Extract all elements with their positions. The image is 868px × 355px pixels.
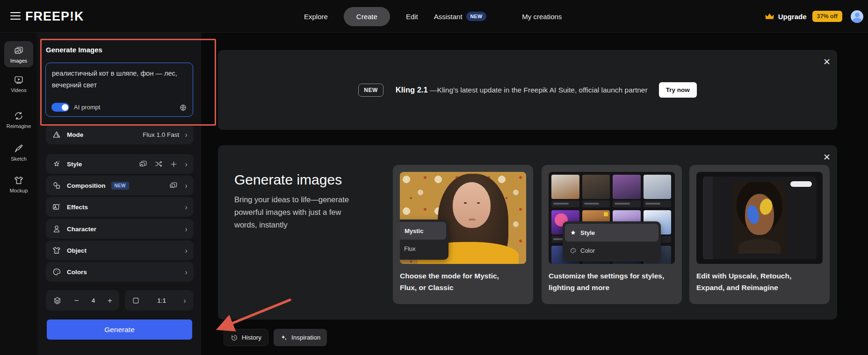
tool-rail: Images Videos Reimagine Sketch Mockup (0, 33, 37, 355)
nav-explore[interactable]: Explore (304, 13, 328, 21)
chevron-right-icon: › (185, 203, 188, 211)
card-caption: Edit with Upscale, Retouch, Expand, and … (696, 270, 813, 293)
ai-prompt-label: AI prompt (74, 104, 100, 111)
history-clock-icon (231, 334, 238, 341)
upgrade-link[interactable]: Upgrade (765, 13, 807, 21)
ai-prompt-toggle[interactable] (51, 103, 69, 112)
menu-toggle-button[interactable] (10, 12, 21, 21)
freepik-logo[interactable]: FREEP!K (25, 9, 84, 24)
card-edit-tools: Edit with Upscale, Retouch, Expand, and … (689, 165, 830, 304)
primary-nav: Explore Create Edit Assistant NEW My cre… (304, 0, 562, 33)
chevron-right-icon: › (185, 247, 188, 255)
navbar-right: Upgrade 37% off (765, 0, 863, 33)
num-images-control: − 4 + (46, 290, 119, 311)
object-row[interactable]: Object › (46, 241, 194, 260)
card-style-illustration: Style Color (549, 172, 675, 264)
mode-triangle-icon (52, 130, 61, 139)
banner-title: Kling 2.1 (396, 85, 428, 94)
card-caption: Customize the settings for styles, light… (549, 270, 665, 293)
top-navbar: FREEP!K Explore Create Edit Assistant NE… (0, 0, 868, 33)
kling-banner-content: NEW Kling 2.1 —Kling’s latest update in … (218, 50, 837, 130)
panel-title: Generate Images (46, 46, 102, 54)
try-now-button[interactable]: Try now (659, 82, 697, 98)
effects-row[interactable]: Effects › (46, 197, 194, 217)
sidebar-item-sketch[interactable]: Sketch (0, 143, 37, 162)
banner-new-badge: NEW (358, 84, 383, 97)
chevron-right-icon: › (185, 268, 188, 276)
history-button[interactable]: History (224, 329, 268, 346)
card-edit-illustration (696, 172, 823, 264)
colors-palette-icon (52, 267, 61, 277)
effects-image-sparkle-icon (52, 202, 61, 212)
nav-assistant[interactable]: Assistant (434, 13, 463, 21)
style-menu-illustration: Style Color (563, 221, 661, 262)
nav-edit[interactable]: Edit (406, 13, 418, 21)
decrease-count-button[interactable]: − (74, 297, 79, 305)
generate-panel: Generate Images реалистичный кот в шляпе… (38, 33, 201, 355)
banner-close-icon[interactable]: ✕ (823, 57, 831, 66)
assistant-new-badge: NEW (466, 12, 487, 21)
kling-banner: NEW Kling 2.1 —Kling’s latest update in … (218, 50, 837, 130)
mode-row[interactable]: Mode Flux 1.0 Fast › (46, 125, 194, 144)
card-caption: Choose the mode for Mystic, Flux, or Cla… (400, 270, 517, 293)
sidebar-item-videos[interactable]: Videos (0, 75, 37, 93)
inspiration-button[interactable]: Inspiration (274, 329, 327, 346)
mystic-sparkles-icon (400, 227, 401, 234)
style-star-icon (52, 159, 61, 169)
chevron-right-icon: › (185, 160, 188, 168)
aspect-ratio-value: 1:1 (157, 297, 166, 304)
style-reference-image-icon[interactable] (139, 160, 147, 168)
nav-assistant-group: Assistant NEW (434, 12, 487, 21)
nav-my-creations[interactable]: My creations (522, 13, 562, 21)
prompt-input[interactable]: реалистичный кот в шляпе, фон — лес, веч… (45, 63, 193, 117)
chevron-right-icon: › (185, 225, 188, 233)
generate-images-section: Generate images Bring your ideas to life… (218, 145, 837, 320)
sketch-brush-icon (14, 143, 24, 154)
palette-icon (570, 247, 577, 254)
flux-icon (400, 245, 400, 252)
ai-prompt-row: AI prompt (51, 103, 100, 112)
chevron-right-icon: › (185, 131, 188, 139)
section-close-icon[interactable]: ✕ (823, 153, 831, 162)
card-mode-illustration: Mystic Flux (400, 172, 526, 264)
crown-icon (765, 13, 774, 20)
increase-count-button[interactable]: + (108, 297, 112, 305)
reimagine-refresh-icon (14, 111, 24, 121)
star-icon (570, 229, 577, 236)
white-button-art (790, 181, 812, 187)
layers-icon (53, 296, 62, 305)
sidebar-item-reimagine[interactable]: Reimagine (0, 111, 37, 129)
aspect-ratio-control[interactable]: 1:1 › (125, 290, 193, 311)
mockup-tshirt-icon (14, 175, 24, 185)
character-person-icon (52, 224, 61, 234)
style-row[interactable]: Style › (46, 154, 194, 174)
style-menu-item: Style (565, 224, 658, 241)
mode-value: Flux 1.0 Fast (143, 131, 179, 138)
avatar-person-icon (855, 13, 860, 17)
colors-row[interactable]: Colors › (46, 262, 194, 282)
sidebar-item-images[interactable]: Images (4, 41, 33, 67)
translate-globe-icon[interactable] (179, 104, 187, 112)
card-choose-mode: Mystic Flux Choose the mode for Mystic, … (393, 165, 533, 304)
discount-badge[interactable]: 37% off (812, 11, 842, 22)
section-heading: Generate images (234, 172, 342, 188)
nav-create[interactable]: Create (344, 7, 390, 26)
mode-menu-illustration: Mystic Flux (400, 220, 448, 260)
flux-menu-item: Flux (400, 240, 446, 257)
sidebar-item-mockup[interactable]: Mockup (0, 175, 37, 193)
square-aspect-icon (132, 297, 140, 305)
composition-row[interactable]: Composition NEW › (46, 176, 194, 195)
chevron-right-icon: › (183, 297, 186, 305)
style-add-icon[interactable] (170, 160, 178, 168)
composition-reference-image-icon[interactable] (169, 181, 178, 190)
editor-window-art (703, 177, 817, 259)
composition-shapes-icon (52, 181, 61, 190)
avatar[interactable] (851, 10, 863, 23)
style-shuffle-icon[interactable] (154, 160, 163, 168)
prompt-text[interactable]: реалистичный кот в шляпе, фон — лес, веч… (52, 68, 183, 91)
composition-new-badge: NEW (111, 182, 129, 190)
mystic-menu-item: Mystic (400, 222, 446, 240)
generate-button[interactable]: Generate (47, 320, 192, 340)
videos-icon (14, 75, 24, 85)
character-row[interactable]: Character › (46, 219, 194, 239)
